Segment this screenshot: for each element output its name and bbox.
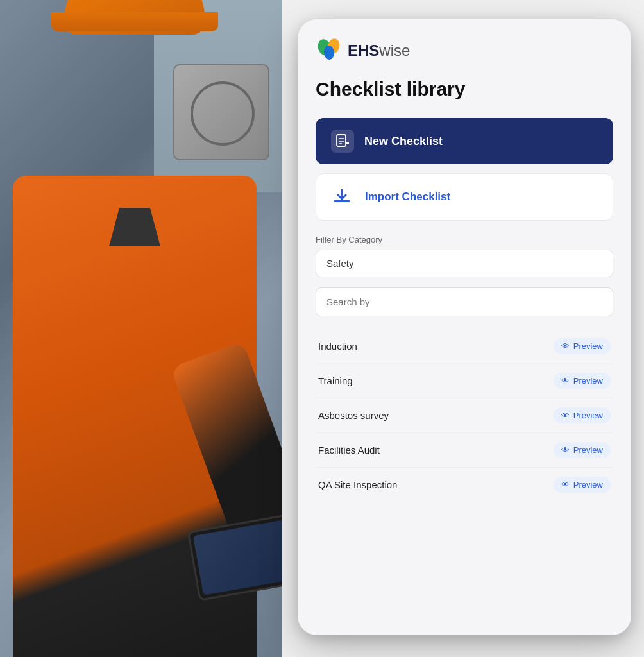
item-name: Training bbox=[318, 375, 554, 386]
item-name: QA Site Inspection bbox=[318, 479, 554, 490]
app-card: EHSwise Checklist library New Checklist bbox=[298, 19, 631, 635]
import-checklist-label: Import Checklist bbox=[365, 191, 450, 203]
preview-button[interactable]: 👁 Preview bbox=[554, 338, 611, 354]
list-item: Facilities Audit 👁 Preview bbox=[316, 433, 613, 468]
import-icon bbox=[329, 184, 355, 210]
list-item: Induction 👁 Preview bbox=[316, 329, 613, 364]
import-checklist-button[interactable]: Import Checklist bbox=[316, 173, 613, 221]
new-checklist-icon bbox=[331, 130, 354, 153]
ehswise-logo-icon bbox=[316, 38, 343, 63]
eye-icon: 👁 bbox=[561, 445, 570, 455]
item-name: Asbestos survey bbox=[318, 410, 554, 421]
preview-button[interactable]: 👁 Preview bbox=[554, 407, 611, 423]
preview-label: Preview bbox=[573, 480, 603, 490]
jacket-collar bbox=[109, 208, 160, 246]
preview-label: Preview bbox=[573, 376, 603, 386]
preview-button[interactable]: 👁 Preview bbox=[554, 442, 611, 458]
svg-rect-3 bbox=[337, 135, 346, 146]
eye-icon: 👁 bbox=[561, 480, 570, 490]
worker-figure bbox=[13, 80, 257, 657]
preview-button[interactable]: 👁 Preview bbox=[554, 477, 611, 493]
list-item: Asbestos survey 👁 Preview bbox=[316, 398, 613, 433]
hard-hat bbox=[64, 0, 205, 35]
list-item: Training 👁 Preview bbox=[316, 364, 613, 398]
logo-area: EHSwise bbox=[316, 38, 613, 63]
preview-label: Preview bbox=[573, 411, 603, 420]
new-checklist-button[interactable]: New Checklist bbox=[316, 118, 613, 164]
logo-text: EHSwise bbox=[348, 42, 410, 60]
svg-rect-9 bbox=[334, 200, 350, 202]
eye-icon: 👁 bbox=[561, 341, 570, 351]
card-content: EHSwise Checklist library New Checklist bbox=[298, 19, 631, 635]
tablet-screen bbox=[193, 520, 282, 595]
search-input[interactable] bbox=[316, 287, 613, 316]
hard-hat-brim bbox=[51, 12, 218, 31]
preview-label: Preview bbox=[573, 341, 603, 351]
filter-label: Filter By Category bbox=[316, 235, 613, 244]
eye-icon: 👁 bbox=[561, 411, 570, 420]
filter-category-select[interactable]: Safety Environment Health Quality bbox=[316, 250, 613, 277]
eye-icon: 👁 bbox=[561, 376, 570, 386]
item-name: Facilities Audit bbox=[318, 445, 554, 456]
page-title: Checklist library bbox=[316, 78, 613, 100]
list-item: QA Site Inspection 👁 Preview bbox=[316, 468, 613, 502]
item-name: Induction bbox=[318, 341, 554, 352]
preview-button[interactable]: 👁 Preview bbox=[554, 373, 611, 389]
checklist-list: Induction 👁 Preview Training 👁 Preview A… bbox=[316, 329, 613, 502]
filter-section: Filter By Category Safety Environment He… bbox=[316, 235, 613, 287]
new-checklist-label: New Checklist bbox=[364, 135, 443, 148]
background-photo bbox=[0, 0, 282, 657]
preview-label: Preview bbox=[573, 445, 603, 455]
